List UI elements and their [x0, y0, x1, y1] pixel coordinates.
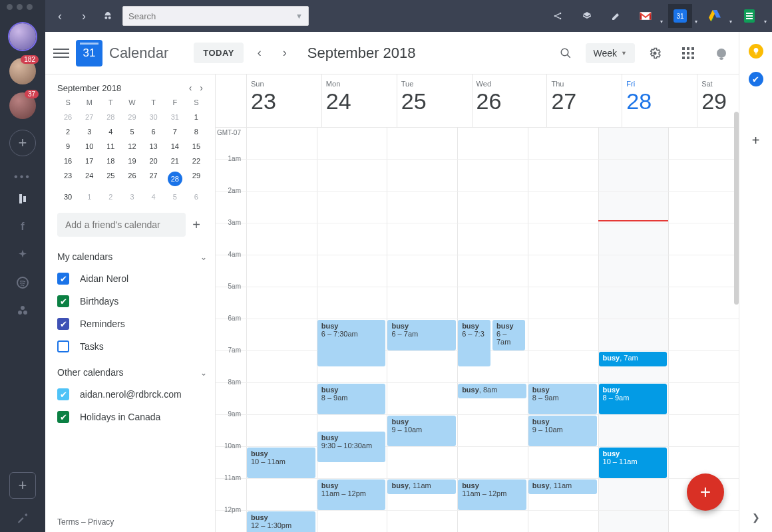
next-week-button[interactable]: ›	[276, 46, 294, 60]
event[interactable]: busy6 – 7am	[492, 320, 525, 350]
time-grid[interactable]: GMT-071am2am3am4am5am6am7am8am9am10am11a…	[216, 128, 772, 532]
today-button[interactable]: TODAY	[194, 43, 244, 63]
mini-day[interactable]: 22	[186, 157, 207, 165]
mini-day[interactable]: 3	[121, 193, 142, 201]
incognito-icon[interactable]	[98, 7, 117, 25]
gmail-icon[interactable]	[634, 4, 658, 28]
event[interactable]: busy9:30 – 10:30am	[317, 432, 386, 462]
mini-day[interactable]: 5	[164, 193, 186, 201]
mini-day[interactable]: 28	[100, 113, 121, 121]
day-header[interactable]: Wed26	[472, 74, 547, 127]
mini-day[interactable]: 16	[57, 157, 79, 165]
window-controls[interactable]	[7, 4, 33, 10]
google-drive-icon[interactable]	[703, 4, 727, 28]
event[interactable]: busy8 – 9am	[528, 384, 597, 414]
calendar-checkbox[interactable]: ✔	[57, 273, 69, 285]
collapse-panel-button[interactable]: ❯	[752, 512, 760, 523]
mini-day[interactable]: 24	[79, 172, 100, 186]
mini-day[interactable]: 28	[164, 172, 186, 186]
menu-icon[interactable]	[53, 49, 69, 58]
mini-day[interactable]: 29	[121, 113, 142, 121]
forward-button[interactable]: ›	[75, 7, 93, 25]
mini-day[interactable]: 1	[79, 193, 100, 201]
mini-day[interactable]: 2	[100, 193, 121, 201]
mini-day[interactable]: 7	[164, 128, 186, 136]
mini-day[interactable]: 19	[121, 157, 142, 165]
create-event-fab[interactable]: +	[687, 473, 724, 511]
dropdown-caret-icon[interactable]: ▾	[695, 19, 697, 25]
add-workspace-button[interactable]: +	[9, 130, 36, 156]
mini-calendar[interactable]: SMTWTFS262728293031123456789101112131415…	[57, 98, 207, 201]
mini-day[interactable]: 18	[100, 157, 121, 165]
event[interactable]: busy10 – 11am	[599, 448, 668, 478]
workspace-avatar-3[interactable]: 37	[9, 92, 36, 119]
share-icon[interactable]	[546, 4, 570, 28]
event[interactable]: busy8 – 9am	[317, 384, 386, 414]
mini-day[interactable]: 8	[186, 128, 207, 136]
collapse-icon[interactable]: ⌃	[200, 368, 207, 377]
mini-day[interactable]: 30	[57, 193, 79, 201]
mini-day[interactable]: 6	[186, 193, 207, 201]
mini-day[interactable]: 14	[164, 142, 186, 150]
facebook-icon[interactable]: f	[15, 219, 31, 235]
search-input[interactable]	[128, 11, 295, 21]
mini-day[interactable]: 20	[143, 157, 164, 165]
mini-day[interactable]: 4	[100, 128, 121, 136]
mini-day[interactable]: 12	[121, 142, 142, 150]
event[interactable]: busy9 – 10am	[387, 416, 456, 446]
event[interactable]: busy6 – 7am	[387, 320, 456, 350]
layers-icon[interactable]	[575, 4, 599, 28]
apps-grid-icon[interactable]	[675, 40, 701, 66]
tasks-icon[interactable]: ✔	[749, 72, 763, 86]
notifications-icon[interactable]	[708, 40, 735, 66]
search-icon[interactable]	[552, 40, 579, 66]
dropdown-caret-icon[interactable]: ▾	[660, 19, 663, 25]
mini-day[interactable]: 26	[121, 172, 142, 186]
edit-icon[interactable]	[604, 4, 628, 28]
day-header[interactable]: Thu27	[546, 74, 622, 127]
mini-day[interactable]: 30	[143, 113, 164, 121]
google-sheets-icon[interactable]	[737, 4, 761, 28]
day-header[interactable]: Sun23	[246, 74, 321, 127]
event[interactable]: busy8 – 9am	[599, 384, 668, 414]
mini-day[interactable]: 10	[79, 142, 100, 150]
mini-next-button[interactable]: ›	[196, 82, 207, 93]
calendar-checkbox[interactable]: ✔	[57, 318, 69, 330]
dropdown-caret-icon[interactable]: ▾	[729, 19, 732, 25]
trello-icon[interactable]	[15, 191, 31, 207]
collapse-icon[interactable]: ⌃	[200, 252, 207, 261]
mini-day[interactable]: 4	[143, 193, 164, 201]
mini-day[interactable]: 21	[164, 157, 186, 165]
mini-day[interactable]: 25	[100, 172, 121, 186]
event[interactable]: busy6 – 7:30am	[317, 320, 386, 366]
event[interactable]: busy11am – 12pm	[317, 479, 386, 510]
mini-day[interactable]: 1	[186, 113, 207, 121]
url-search-box[interactable]: ▼	[122, 6, 309, 26]
day-header[interactable]: Fri28	[622, 74, 697, 127]
mini-day[interactable]: 17	[79, 157, 100, 165]
event[interactable]: busy, 11am	[387, 479, 456, 494]
mini-day[interactable]: 11	[100, 142, 121, 150]
mini-day[interactable]: 27	[143, 172, 164, 186]
day-header[interactable]: Mon24	[321, 74, 397, 127]
footer-links[interactable]: Terms – Privacy	[57, 504, 207, 527]
add-friend-calendar-input[interactable]: Add a friend's calendar	[57, 213, 186, 237]
event[interactable]: busy, 11am	[528, 479, 597, 494]
mini-day[interactable]: 2	[57, 128, 79, 136]
calendar-checkbox[interactable]: ✔	[57, 295, 69, 307]
event[interactable]: busy, 7am	[599, 352, 668, 366]
mini-day[interactable]: 3	[79, 128, 100, 136]
prev-week-button[interactable]: ‹	[250, 46, 269, 60]
mini-day[interactable]: 9	[57, 142, 79, 150]
mini-day[interactable]: 27	[79, 113, 100, 121]
mini-day[interactable]: 29	[186, 172, 207, 186]
workspace-avatar-1[interactable]	[9, 23, 36, 50]
rail-more-icon[interactable]: •••	[14, 171, 31, 183]
day-header[interactable]: Tue25	[397, 74, 472, 127]
calendar-checkbox[interactable]: ✔	[57, 388, 69, 400]
event[interactable]: busy11am – 12pm	[458, 479, 526, 510]
mini-day[interactable]: 23	[57, 172, 79, 186]
mini-day[interactable]: 13	[143, 142, 164, 150]
back-button[interactable]: ‹	[51, 7, 69, 25]
add-addon-button[interactable]: +	[752, 133, 760, 148]
